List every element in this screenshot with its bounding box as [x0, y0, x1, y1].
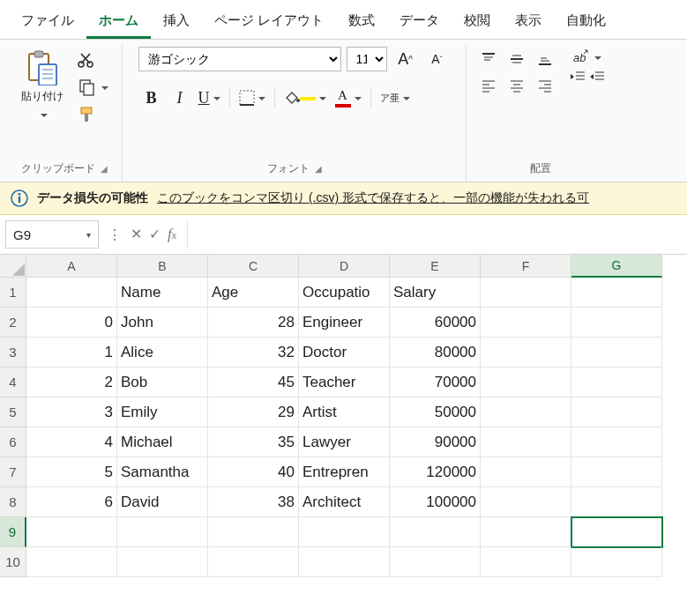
select-all-corner[interactable]	[0, 255, 26, 278]
cell[interactable]: 28	[208, 308, 299, 338]
formula-input[interactable]	[187, 220, 687, 249]
borders-button[interactable]	[235, 85, 269, 110]
cell[interactable]	[571, 517, 662, 547]
decrease-font-button[interactable]: Aˇ	[424, 47, 451, 71]
font-size-select[interactable]: 11	[347, 47, 387, 71]
row-header[interactable]: 10	[0, 547, 26, 577]
cell[interactable]	[571, 308, 662, 338]
cell[interactable]	[390, 517, 481, 547]
italic-button[interactable]: I	[167, 85, 193, 110]
increase-font-button[interactable]: A^	[392, 47, 419, 71]
cell[interactable]: Alice	[117, 338, 208, 367]
orientation-button[interactable]: ab	[569, 47, 606, 68]
row-header[interactable]: 5	[0, 397, 26, 427]
cell[interactable]: Architect	[299, 487, 390, 517]
cell[interactable]: 90000	[390, 427, 481, 457]
cell[interactable]: Michael	[117, 427, 208, 457]
align-center-button[interactable]	[504, 73, 530, 98]
cell[interactable]: 35	[208, 427, 299, 457]
cell[interactable]: Artist	[299, 397, 390, 427]
cell[interactable]: 80000	[390, 338, 481, 367]
cell[interactable]: Samantha	[117, 457, 208, 487]
cell[interactable]: Emily	[117, 397, 208, 427]
enter-formula-button[interactable]: ✓	[149, 226, 161, 243]
row-header[interactable]: 1	[0, 278, 26, 308]
font-dialog-launcher[interactable]: ◢	[315, 164, 322, 174]
cell[interactable]: 3	[26, 397, 117, 427]
cell[interactable]	[571, 457, 662, 487]
cell[interactable]: Name	[117, 278, 208, 308]
cell[interactable]: 38	[208, 487, 299, 517]
cell[interactable]: 5	[26, 457, 117, 487]
cell[interactable]	[481, 427, 571, 457]
phonetic-button[interactable]: ア亜	[377, 85, 414, 110]
column-header[interactable]: E	[390, 255, 481, 278]
cell[interactable]: Engineer	[299, 308, 390, 338]
row-header[interactable]: 7	[0, 457, 26, 487]
menu-item-4[interactable]: 数式	[336, 7, 387, 39]
column-header[interactable]: D	[299, 255, 390, 278]
cell[interactable]	[481, 367, 571, 397]
cell[interactable]: Lawyer	[299, 427, 390, 457]
cell[interactable]	[571, 427, 662, 457]
font-name-select[interactable]: 游ゴシック	[138, 47, 341, 71]
underline-button[interactable]: U	[195, 85, 224, 110]
cell[interactable]: 4	[26, 427, 117, 457]
cell[interactable]: Salary	[390, 278, 481, 308]
row-header[interactable]: 2	[0, 308, 26, 338]
cell[interactable]	[26, 517, 117, 547]
cell[interactable]: Age	[208, 278, 299, 308]
cell[interactable]: Bob	[117, 367, 208, 397]
copy-button[interactable]	[76, 77, 111, 98]
decrease-indent-button[interactable]	[569, 70, 586, 84]
cell[interactable]	[26, 278, 117, 308]
cell[interactable]: 6	[26, 487, 117, 517]
cell[interactable]	[481, 338, 571, 367]
insert-function-button[interactable]: fx	[168, 226, 176, 243]
cell[interactable]	[481, 278, 571, 308]
clipboard-dialog-launcher[interactable]: ◢	[101, 164, 108, 174]
column-header[interactable]: G	[571, 255, 662, 278]
cell[interactable]	[26, 547, 117, 577]
cell[interactable]	[571, 397, 662, 427]
cell[interactable]: 1	[26, 338, 117, 367]
menu-item-2[interactable]: 挿入	[151, 7, 202, 39]
row-header[interactable]: 4	[0, 367, 26, 397]
vertical-dots-icon[interactable]: ⋮	[104, 226, 125, 243]
row-header[interactable]: 6	[0, 427, 26, 457]
cell[interactable]: Occupatio	[299, 278, 390, 308]
cell[interactable]	[208, 517, 299, 547]
menu-item-3[interactable]: ページ レイアウト	[202, 7, 336, 39]
bold-button[interactable]: B	[138, 85, 165, 110]
cell[interactable]: 70000	[390, 367, 481, 397]
cell[interactable]: 60000	[390, 308, 481, 338]
align-middle-button[interactable]	[504, 47, 530, 71]
cell[interactable]	[481, 397, 571, 427]
row-header[interactable]: 9	[0, 517, 26, 547]
column-header[interactable]: A	[26, 255, 117, 278]
cell[interactable]	[299, 547, 390, 577]
cell[interactable]: Teacher	[299, 367, 390, 397]
cell[interactable]: 32	[208, 338, 299, 367]
menu-item-7[interactable]: 表示	[503, 7, 554, 39]
column-header[interactable]: F	[481, 255, 571, 278]
cell[interactable]	[571, 338, 662, 367]
align-top-button[interactable]	[475, 47, 502, 71]
paste-button[interactable]: 貼り付け	[16, 47, 69, 125]
row-header[interactable]: 3	[0, 338, 26, 367]
menu-item-8[interactable]: 自動化	[554, 7, 618, 39]
align-left-button[interactable]	[475, 73, 502, 98]
cell[interactable]	[481, 457, 571, 487]
cell[interactable]: 100000	[390, 487, 481, 517]
cell[interactable]	[571, 547, 662, 577]
cell[interactable]	[299, 517, 390, 547]
cancel-formula-button[interactable]: ✕	[131, 226, 142, 243]
align-right-button[interactable]	[532, 73, 558, 98]
cell[interactable]	[117, 547, 208, 577]
increase-indent-button[interactable]	[588, 70, 606, 84]
cell[interactable]: 29	[208, 397, 299, 427]
font-color-button[interactable]: A	[332, 85, 365, 110]
cell[interactable]	[481, 308, 571, 338]
cell[interactable]	[481, 547, 571, 577]
menu-item-0[interactable]: ファイル	[9, 7, 86, 39]
